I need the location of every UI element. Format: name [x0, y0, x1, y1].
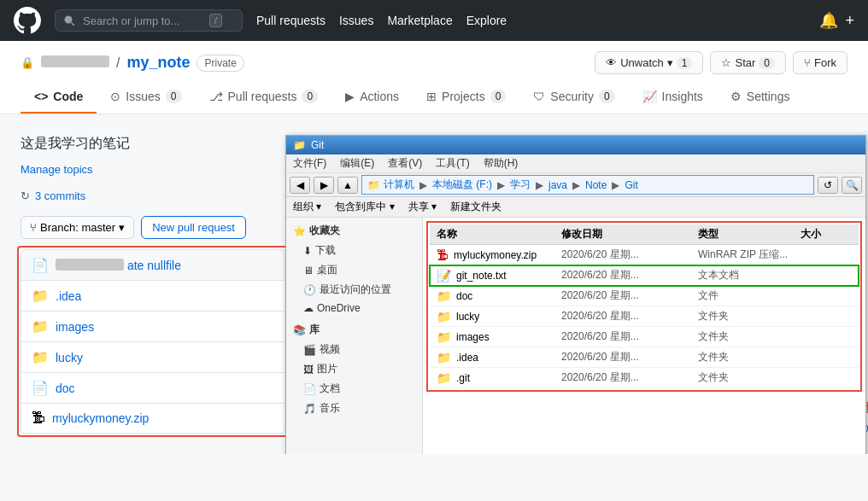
file-row-name-label: myluckymoney.zip	[454, 249, 537, 261]
nav-explore[interactable]: Explore	[466, 14, 507, 27]
menu-help[interactable]: 帮助(H)	[484, 156, 519, 171]
sidebar-item-download[interactable]: ⬇ 下载	[286, 241, 422, 260]
github-logo-icon[interactable]	[14, 7, 41, 34]
file-name[interactable]: ate nullfile	[56, 259, 181, 272]
breadcrumb-git[interactable]: Git	[625, 179, 637, 191]
explorer-file-row[interactable]: 📁 images 2020/6/20 星期... 文件夹	[430, 327, 859, 347]
favorites-header[interactable]: ⭐ 收藏夹	[286, 221, 422, 241]
fork-button[interactable]: ⑂ Fork	[793, 51, 847, 74]
star-button[interactable]: ☆ Star 0	[710, 51, 786, 74]
explorer-file-row[interactable]: 📝 git_note.txt 2020/6/20 星期... 文本文档	[430, 265, 859, 286]
tab-insights[interactable]: 📈 Insights	[629, 81, 717, 114]
tab-settings[interactable]: ⚙ Settings	[717, 81, 804, 114]
star-count: 0	[759, 57, 775, 69]
sidebar-item-video[interactable]: 🎬 视频	[286, 340, 422, 359]
notifications-bell-icon[interactable]: 🔔	[819, 11, 838, 30]
recent-icon: 🕐	[303, 284, 316, 296]
col-header-type: 类型	[698, 227, 801, 242]
cloud-icon: ☁	[303, 302, 314, 314]
address-icon: 📁	[367, 179, 380, 191]
file-row-name-label: doc	[456, 290, 472, 302]
file-item[interactable]: 📁 .idea	[21, 281, 284, 312]
breadcrumb-java[interactable]: java	[548, 179, 567, 191]
sidebar-item-onedrive[interactable]: ☁ OneDrive	[286, 300, 422, 317]
file-item[interactable]: 📁 lucky	[21, 342, 284, 373]
search-input[interactable]	[83, 15, 202, 27]
sidebar-item-pictures[interactable]: 🖼 图片	[286, 359, 422, 379]
private-badge: Private	[196, 55, 243, 72]
library-section: 📚 库 🎬 视频 🖼 图片 📄 文档	[286, 320, 422, 418]
file-name[interactable]: .idea	[56, 289, 81, 303]
nav-pull-requests[interactable]: Pull requests	[256, 14, 326, 27]
search-button[interactable]: 🔍	[842, 177, 862, 194]
breadcrumb-study[interactable]: 学习	[510, 178, 531, 192]
breadcrumb-note[interactable]: Note	[585, 179, 607, 191]
file-row-date: 2020/6/20 星期...	[561, 350, 698, 364]
back-button[interactable]: ◀	[290, 177, 310, 194]
menu-file[interactable]: 文件(F)	[293, 156, 326, 171]
include-in-library-menu[interactable]: 包含到库中 ▾	[335, 200, 394, 214]
file-name[interactable]: images	[56, 320, 94, 334]
file-name[interactable]: myluckymoney.zip	[52, 411, 149, 425]
col-header-size: 大小	[801, 227, 852, 242]
file-item[interactable]: 📄 ate nullfile	[21, 250, 284, 281]
sidebar-item-desktop[interactable]: 🖥 桌面	[286, 260, 422, 280]
explorer-window: 📁 Git 文件(F) 编辑(E) 查看(V) 工具(T) 帮助(H) ◀ ▶ …	[285, 135, 866, 454]
unwatch-button[interactable]: 👁 Unwatch ▾ 1	[595, 51, 703, 74]
tab-projects[interactable]: ⊞ Projects 0	[413, 81, 519, 114]
library-header[interactable]: 📚 库	[286, 320, 422, 340]
file-name[interactable]: lucky	[56, 351, 83, 364]
projects-count: 0	[490, 90, 507, 103]
refresh-button[interactable]: ↺	[818, 177, 838, 194]
new-folder-button[interactable]: 新建文件夹	[450, 200, 501, 214]
file-name[interactable]: doc	[56, 382, 75, 395]
repo-slash: /	[116, 55, 120, 71]
nav-issues[interactable]: Issues	[339, 14, 373, 27]
sidebar-item-music[interactable]: 🎵 音乐	[286, 399, 422, 418]
file-item[interactable]: 📁 images	[21, 312, 284, 342]
folder-icon: 📁	[437, 289, 451, 303]
repo-header: 🔒 / my_note Private 👁 Unwatch ▾ 1 ☆ Star…	[0, 41, 868, 114]
tab-security[interactable]: 🛡 Security 0	[519, 81, 628, 114]
address-bar[interactable]: 📁 计算机 ▶ 本地磁盘 (F:) ▶ 学习 ▶ java ▶ Note ▶ G…	[361, 175, 814, 195]
up-button[interactable]: ▲	[337, 177, 358, 194]
owner-name-hidden	[41, 55, 109, 67]
file-item[interactable]: 📄 doc	[21, 373, 284, 404]
file-item[interactable]: 🗜 myluckymoney.zip	[21, 404, 284, 433]
explorer-file-row[interactable]: 📁 .git 2020/6/20 星期... 文件夹	[430, 368, 859, 388]
repo-title-row: 🔒 / my_note Private 👁 Unwatch ▾ 1 ☆ Star…	[21, 51, 847, 74]
manage-topics-link[interactable]: Manage topics	[21, 163, 285, 176]
organize-menu[interactable]: 组织 ▾	[293, 200, 321, 214]
commits-link[interactable]: 3 commits	[35, 189, 85, 202]
explorer-action-toolbar: 组织 ▾ 包含到库中 ▾ 共享 ▾ 新建文件夹	[286, 197, 865, 218]
explorer-file-row[interactable]: 📁 .idea 2020/6/20 星期... 文件夹	[430, 347, 859, 368]
nav-marketplace[interactable]: Marketplace	[387, 14, 452, 27]
explorer-main: ⭐ 收藏夹 ⬇ 下载 🖥 桌面 🕐 最近访问	[286, 218, 865, 454]
sidebar-item-docs[interactable]: 📄 文档	[286, 379, 422, 399]
breadcrumb-drive[interactable]: 本地磁盘 (F:)	[432, 178, 492, 192]
repo-name[interactable]: my_note	[126, 54, 190, 72]
breadcrumb-computer[interactable]: 计算机	[384, 178, 414, 192]
star-icon: ☆	[721, 56, 731, 69]
new-menu-plus-icon[interactable]: +	[845, 12, 854, 30]
projects-icon: ⊞	[426, 90, 437, 103]
explorer-file-row[interactable]: 🗜 myluckymoney.zip 2020/6/20 星期... WinRA…	[430, 245, 859, 265]
share-menu[interactable]: 共享 ▾	[408, 200, 437, 214]
search-bar[interactable]: /	[55, 9, 243, 32]
explorer-file-row[interactable]: 📁 doc 2020/6/20 星期... 文件	[430, 286, 859, 306]
tab-issues[interactable]: ⊙ Issues 0	[97, 81, 195, 114]
new-pull-request-button[interactable]: New pull request	[141, 216, 246, 239]
menu-tools[interactable]: 工具(T)	[436, 156, 469, 171]
folder-icon: 📁	[32, 288, 49, 304]
repo-description: 这是我学习的笔记	[21, 135, 285, 153]
sidebar-item-recent[interactable]: 🕐 最近访问的位置	[286, 280, 422, 300]
repo-owner[interactable]	[41, 55, 109, 71]
branch-selector[interactable]: ⑂ Branch: master ▾	[21, 216, 134, 239]
tab-code[interactable]: <> Code	[21, 81, 97, 114]
explorer-file-row[interactable]: 📁 lucky 2020/6/20 星期... 文件夹	[430, 306, 859, 327]
menu-edit[interactable]: 编辑(E)	[340, 156, 374, 171]
tab-actions[interactable]: ▶ Actions	[331, 81, 413, 114]
forward-button[interactable]: ▶	[314, 177, 334, 194]
menu-view[interactable]: 查看(V)	[388, 156, 422, 171]
tab-pull-requests[interactable]: ⎇ Pull requests 0	[196, 81, 332, 114]
